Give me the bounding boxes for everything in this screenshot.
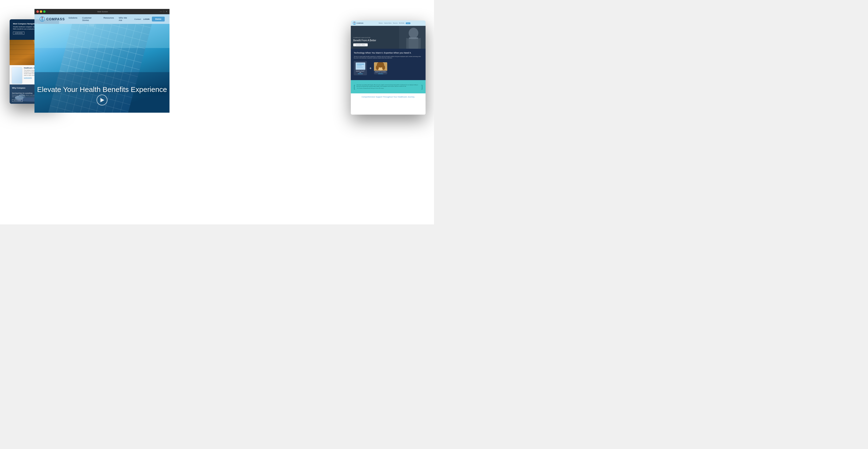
find-out-more-btn[interactable]: FIND OUT MORE — [12, 99, 23, 102]
right-middle-title: Technology When You Want It. Expertise W… — [354, 52, 423, 55]
app-card-1: Health Pro Cloud™ app Learn more > — [354, 61, 367, 75]
testimonial-quote: It has been a joy working with Compass. … — [356, 84, 420, 87]
right-hero-content: COMPASS NAVIGATOR Benefit From A Better … — [353, 37, 376, 46]
compass-logo-icon — [39, 16, 45, 22]
svg-rect-75 — [357, 67, 363, 67]
right-logo: COMPASS — [353, 22, 363, 25]
testimonial-author: - Vice President of Strategic Benefits P… — [356, 88, 420, 89]
svg-point-80 — [382, 65, 385, 70]
nav-resources[interactable]: Resources — [103, 17, 114, 22]
right-nav-who-we-are[interactable]: Who We Are — [399, 23, 404, 24]
play-icon — [100, 98, 104, 102]
nav-links: Solutions Customer Stories Resources Who… — [68, 17, 131, 22]
phone-screen — [12, 67, 22, 84]
browser-title: Web Screen — [45, 10, 160, 13]
hero-section: Elevate Your Health Benefits Experience — [34, 24, 169, 113]
window-controls: — □ ✕ — [160, 10, 167, 13]
close-dot[interactable] — [36, 10, 39, 13]
plus-icon: + — [369, 66, 372, 70]
right-middle-body: The key to a great health benefits exper… — [354, 56, 423, 59]
right-nav-solutions[interactable]: Solutions — [378, 23, 382, 24]
right-footer-section: Comprehensive Support Throughout Your He… — [351, 93, 426, 115]
svg-rect-74 — [357, 65, 362, 66]
bracket-right-icon: ] — [421, 85, 423, 89]
maximize-dot[interactable] — [43, 10, 45, 13]
app1-label: Health Pro Cloud™ app — [355, 70, 366, 73]
svg-point-19 — [41, 18, 43, 20]
left-panel-learn-more-btn[interactable]: LEARN MORE — [13, 32, 24, 34]
right-hero-section: COMPASS NAVIGATOR Benefit From A Better … — [351, 26, 426, 49]
hero-headline: Elevate Your Health Benefits Experience — [34, 85, 169, 93]
compass-logo: COMPASS — [39, 16, 65, 22]
right-hero-title: Benefit From A Better — [353, 39, 376, 42]
nav-solutions[interactable]: Solutions — [68, 17, 78, 22]
demo-button[interactable]: Demo — [152, 17, 165, 22]
bracket-left-icon: [ — [354, 85, 355, 89]
page-background: Meet Compass Navigator.™ Simplify health… — [0, 0, 434, 224]
window-dots — [36, 10, 45, 13]
svg-point-65 — [354, 23, 355, 24]
footer-title: Comprehensive Support Throughout Your He… — [354, 96, 423, 98]
app2-link[interactable]: Learn more > — [374, 73, 387, 74]
right-panel-header: COMPASS Solutions Customer Stories Resou… — [351, 21, 426, 26]
minimize-icon[interactable]: — — [160, 10, 162, 13]
right-nav-customer-stories[interactable]: Customer Stories — [384, 23, 392, 24]
browser-titlebar: Web Screen — □ ✕ — [34, 9, 169, 14]
right-nav-resources[interactable]: Resources — [393, 23, 398, 24]
right-logo-icon — [353, 22, 356, 25]
contact-link[interactable]: Contact — [134, 18, 141, 20]
right-apps-row: Health Pro Cloud™ app Learn more > + — [354, 61, 423, 75]
close-icon[interactable]: ✕ — [166, 10, 167, 13]
hero-text-area: Elevate Your Health Benefits Experience — [34, 85, 169, 93]
consultant-card: Health Pro® consultants Learn more > — [374, 62, 387, 74]
center-website: COMPASS Solutions Customer Stories Resou… — [34, 14, 169, 113]
app2-label: Health Pro® consultants — [374, 71, 387, 73]
consultant-photo — [374, 62, 387, 71]
phone-mockup — [11, 67, 23, 84]
svg-point-79 — [376, 65, 379, 70]
app-screen-1 — [355, 62, 365, 70]
login-link[interactable]: LOGIN — [144, 18, 150, 20]
play-button[interactable] — [97, 95, 107, 106]
right-nav-demo[interactable]: Demo — [406, 23, 410, 24]
testimonial-section: [ It has been a joy working with Compass… — [351, 80, 426, 93]
right-hero-subtitle: COMPASS NAVIGATOR — [353, 37, 376, 38]
nav-right-items: Contact LOGIN Demo — [134, 17, 165, 22]
restore-icon[interactable]: □ — [163, 10, 164, 13]
schedule-demo-btn[interactable]: Schedule a Demo — [353, 43, 368, 46]
testimonial-text: It has been a joy working with Compass. … — [356, 84, 420, 89]
right-nav-links: Solutions Customer Stories Resources Who… — [365, 23, 424, 24]
right-panel: COMPASS Solutions Customer Stories Resou… — [351, 21, 426, 115]
compass-brand-name: COMPASS — [46, 17, 65, 21]
minimize-dot[interactable] — [40, 10, 42, 13]
center-browser-window: Web Screen — □ ✕ COMPASS — [34, 9, 169, 113]
svg-point-70 — [409, 28, 418, 38]
svg-rect-62 — [34, 24, 169, 48]
right-middle-section: Technology When You Want It. Expertise W… — [351, 49, 426, 80]
nav-customer-stories[interactable]: Customer Stories — [82, 17, 99, 22]
svg-rect-73 — [357, 64, 364, 65]
app1-link[interactable]: Learn more > — [355, 73, 366, 74]
compass-navbar: COMPASS Solutions Customer Stories Resou… — [34, 14, 169, 24]
nav-who-we-are[interactable]: Who We Are — [119, 17, 131, 22]
right-brand-name: COMPASS — [356, 23, 363, 24]
why-compass-title: Why Compass — [12, 87, 25, 89]
